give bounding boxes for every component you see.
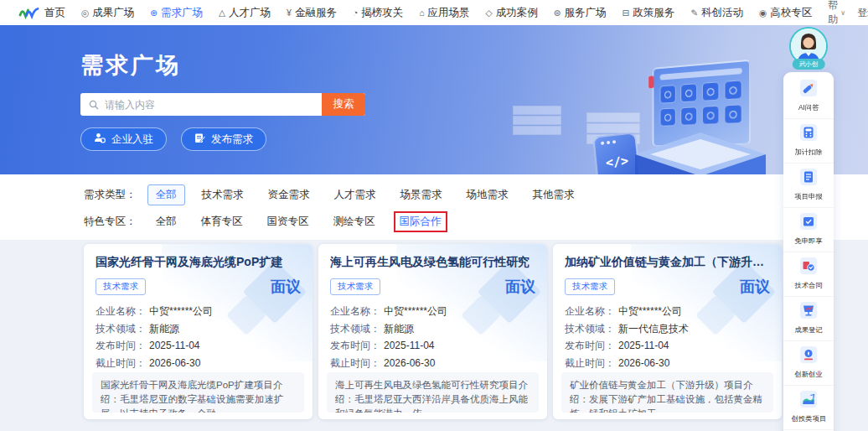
scenarios-icon: ⌂ <box>419 8 424 18</box>
chevron-down-icon: ∨ <box>840 9 845 17</box>
demand-type-badge: 技术需求 <box>330 278 380 295</box>
document-icon <box>800 169 817 189</box>
filter-zone-international-highlighted[interactable]: 国际合作 <box>394 211 447 232</box>
nav-item-home[interactable]: 首页 <box>44 6 65 20</box>
sidebar-item-innovation[interactable]: 创新创业 <box>783 341 834 386</box>
sidebar-item-ai-qa[interactable]: AI问答 <box>783 75 834 119</box>
demand-type-badge: 技术需求 <box>565 278 615 295</box>
nav-item-achievements[interactable]: ◎成果广场 <box>81 6 134 20</box>
card-description: 国家光纤骨干网及海底光缆PoP扩建项目介绍：毛里塔尼亚的数字基础设施需要加速扩展… <box>92 372 304 413</box>
sidebar-item-no-apply-benefit[interactable]: 免申即享 <box>783 208 834 252</box>
hero-illustration-code-window: </> <box>592 132 641 174</box>
price-negotiable: 面议 <box>740 277 770 297</box>
services-icon: ⊜ <box>554 8 561 18</box>
deadline-date: 2026-06-30 <box>384 355 435 372</box>
filter-zone-surveying[interactable]: 测绘专区 <box>333 215 375 229</box>
page-title: 需求广场 <box>80 50 181 80</box>
sidebar-item-tech-contract[interactable]: 技术合同 <box>783 252 834 297</box>
login-link[interactable]: 登录/注册 <box>857 6 868 20</box>
nav-item-talent[interactable]: △人才广场 <box>219 6 271 20</box>
growth-chart-icon <box>800 391 817 411</box>
company-name: 中贸******公司 <box>149 303 213 320</box>
card-title: 加纳矿业价值链与黄金加工（下游升级） <box>565 255 770 270</box>
top-navigation: 首页 ◎成果广场 ⊕需求广场 △人才广场 ¥金融服务 ◔揭榜攻关 ⌂应用场景 ◇… <box>0 0 868 25</box>
nav-item-demand[interactable]: ⊕需求广场 <box>150 6 203 20</box>
demand-type-label: 需求类型： <box>84 188 137 202</box>
tech-field: 新一代信息技术 <box>618 320 689 338</box>
folder-check-icon <box>800 213 817 233</box>
filter-type-scenario[interactable]: 场景需求 <box>400 188 442 202</box>
tech-field: 新能源 <box>149 320 179 338</box>
nav-item-activities[interactable]: ✎科创活动 <box>690 6 743 20</box>
card-description: 海上可再生风电及绿色氢能可行性研究项目介绍：毛里塔尼亚大西洋沿岸具备优质海上风能… <box>327 372 539 413</box>
floating-toolbar: 武小创 AI问答 加计扣除 项目申报 免申即享 <box>782 25 835 431</box>
demand-card-list: 国家光纤骨干网及海底光缆PoP扩建 技术需求 面议 企业名称：中贸******公… <box>84 244 782 419</box>
filter-type-talent[interactable]: 人才需求 <box>334 188 376 202</box>
publish-date: 2025-11-04 <box>149 337 200 355</box>
card-title: 国家光纤骨干网及海底光缆PoP扩建 <box>96 255 301 270</box>
cases-icon: ◇ <box>486 8 493 18</box>
nav-item-challenge[interactable]: ◔揭榜攻关 <box>353 6 403 20</box>
nav-item-university[interactable]: ◉高校专区 <box>759 6 812 20</box>
help-dropdown[interactable]: 帮助∨ <box>828 0 845 27</box>
search-bar: 搜索 <box>80 93 365 116</box>
nav-label: 首页 <box>44 6 65 20</box>
filter-zone-sports[interactable]: 体育专区 <box>201 215 243 229</box>
toolbar-panel: AI问答 加计扣除 项目申报 免申即享 技术合同 <box>783 72 834 431</box>
nav-item-services[interactable]: ⊜服务广场 <box>554 6 607 20</box>
filter-type-site[interactable]: 场地需求 <box>467 188 509 202</box>
activities-icon: ✎ <box>690 8 698 18</box>
talent-icon: △ <box>219 8 225 18</box>
search-icon <box>89 100 99 110</box>
nav-item-policy[interactable]: ⊟政策服务 <box>622 6 674 20</box>
price-negotiable: 面议 <box>271 277 301 297</box>
nav-item-scenarios[interactable]: ⌂应用场景 <box>419 6 469 20</box>
sidebar-item-project-declare[interactable]: 项目申报 <box>783 164 834 208</box>
code-icon: </> <box>595 142 638 174</box>
filter-type-other[interactable]: 其他需求 <box>533 188 575 202</box>
nav-item-finance[interactable]: ¥金融服务 <box>287 6 337 20</box>
search-input[interactable] <box>105 93 322 116</box>
demand-card-2[interactable]: 海上可再生风电及绿色氢能可行性研究 技术需求 面议 企业名称：中贸******公… <box>318 244 547 419</box>
contract-seal-icon <box>800 257 817 278</box>
finance-icon: ¥ <box>287 8 292 18</box>
publish-demand-button[interactable]: 发布需求 <box>181 127 266 151</box>
enterprise-icon <box>94 132 106 146</box>
demand-card-3[interactable]: 加纳矿业价值链与黄金加工（下游升级） 技术需求 面议 企业名称：中贸******… <box>553 244 782 419</box>
publish-icon <box>194 132 205 146</box>
tech-field: 新能源 <box>384 320 414 338</box>
filter-type-funding[interactable]: 资金需求 <box>268 188 310 202</box>
deadline-date: 2026-06-30 <box>149 355 200 372</box>
sidebar-item-venture-projects[interactable]: 创投类项目 <box>783 386 834 430</box>
company-name: 中贸******公司 <box>618 303 682 320</box>
special-zone-label: 特色专区： <box>84 215 137 229</box>
company-name: 中贸******公司 <box>384 303 447 320</box>
filter-zone-stateowned[interactable]: 国资专区 <box>267 215 309 229</box>
sidebar-item-tax-deduction[interactable]: 加计扣除 <box>783 119 834 164</box>
search-button[interactable]: 搜索 <box>322 93 365 116</box>
filter-type-tech[interactable]: 技术需求 <box>202 188 244 202</box>
publish-date: 2025-11-04 <box>618 337 669 355</box>
nav-item-cases[interactable]: ◇成功案例 <box>486 6 538 20</box>
site-logo-icon[interactable] <box>18 7 39 19</box>
demand-icon: ⊕ <box>150 8 158 18</box>
enterprise-join-button[interactable]: 企业入驻 <box>80 127 167 151</box>
card-title: 海上可再生风电及绿色氢能可行性研究 <box>330 255 535 270</box>
publish-date: 2025-11-04 <box>384 337 435 355</box>
filter-zone-all[interactable]: 全部 <box>156 215 177 229</box>
sidebar-item-achievement-register[interactable]: 成果登记 <box>783 297 834 341</box>
award-stand-icon <box>800 346 817 366</box>
filter-section: 需求类型： 全部 技术需求 资金需求 人才需求 场景需求 场地需求 其他需求 特… <box>0 174 868 240</box>
policy-icon: ⊟ <box>622 8 629 18</box>
challenge-icon: ◔ <box>353 8 358 18</box>
assistant-name-badge: 武小创 <box>793 59 825 70</box>
hero-illustration-platform <box>635 132 766 174</box>
ai-pen-icon <box>800 80 817 100</box>
demand-card-1[interactable]: 国家光纤骨干网及海底光缆PoP扩建 技术需求 面议 企业名称：中贸******公… <box>84 244 313 419</box>
filter-type-all[interactable]: 全部 <box>147 184 185 205</box>
demand-type-badge: 技术需求 <box>96 278 146 295</box>
achievements-icon: ◎ <box>81 8 89 18</box>
price-negotiable: 面议 <box>505 277 535 297</box>
card-description: 矿业价值链与黄金加工（下游升级）项目介绍：发展下游矿产加工基础设施，包括黄金精炼… <box>561 372 773 413</box>
calculator-icon <box>800 124 817 144</box>
